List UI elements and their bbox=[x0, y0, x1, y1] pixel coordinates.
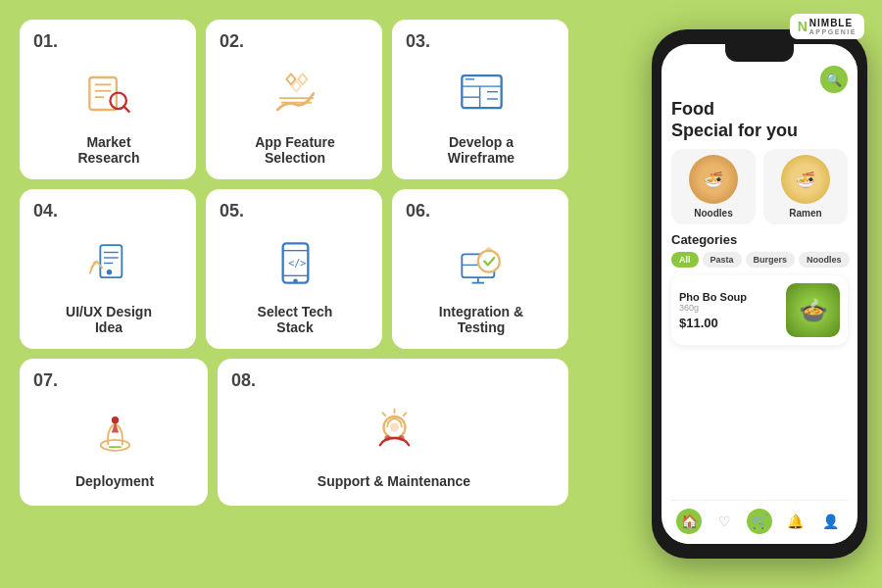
nav-heart[interactable]: ♡ bbox=[711, 509, 737, 534]
svg-point-40 bbox=[384, 435, 390, 441]
logo-icon: N bbox=[798, 19, 808, 34]
categories-title: Categories bbox=[671, 232, 848, 247]
categories-row: All Pasta Burgers Noodles bbox=[671, 252, 848, 268]
card-icon-wireframe bbox=[452, 64, 511, 122]
food-label-ramen: Ramen bbox=[789, 208, 821, 219]
svg-point-41 bbox=[399, 435, 405, 441]
svg-marker-7 bbox=[298, 74, 307, 84]
product-info: Pho Bo Soup 360g $11.00 bbox=[679, 291, 778, 330]
svg-point-35 bbox=[100, 439, 128, 450]
main-container: N NIMBLE APPGENIE 01. bbox=[0, 0, 882, 588]
logo: N NIMBLE APPGENIE bbox=[790, 14, 864, 39]
card-number-06: 06. bbox=[406, 201, 430, 221]
card-icon-support bbox=[365, 403, 423, 462]
card-label-06: Integration &Testing bbox=[406, 304, 557, 335]
phone-nav: 🏠 ♡ 🛒 🔔 👤 bbox=[671, 500, 848, 544]
search-button[interactable]: 🔍 bbox=[820, 66, 848, 93]
card-number-07: 07. bbox=[33, 370, 58, 391]
nav-home[interactable]: 🏠 bbox=[676, 509, 702, 534]
logo-sub: APPGENIE bbox=[809, 28, 857, 35]
steps-grid: 01. MarketResearch 02. bbox=[20, 20, 568, 568]
phone-section: 🔍 Food Special for you 🍜 Noodles 🍜 Ramen bbox=[578, 20, 867, 568]
card-label-03: Develop aWireframe bbox=[406, 134, 557, 166]
cat-burgers[interactable]: Burgers bbox=[746, 252, 796, 268]
phone-notch bbox=[725, 44, 794, 62]
card-app-feature[interactable]: 02. App FeatureSelection bbox=[206, 20, 382, 179]
food-items-row: 🍜 Noodles 🍜 Ramen bbox=[671, 149, 848, 224]
food-item-ramen[interactable]: 🍜 Ramen bbox=[763, 149, 848, 224]
product-card-pho[interactable]: Pho Bo Soup 360g $11.00 🍲 bbox=[671, 275, 848, 345]
svg-point-22 bbox=[106, 269, 112, 274]
card-label-05: Select TechStack bbox=[220, 304, 370, 335]
card-label-07: Deployment bbox=[33, 473, 196, 489]
card-label-04: UI/UX DesignIdea bbox=[33, 304, 184, 335]
grid-row-3: 07. Deployment 08. bbox=[20, 359, 568, 506]
food-img-noodles: 🍜 bbox=[689, 155, 738, 204]
food-item-noodles[interactable]: 🍜 Noodles bbox=[671, 149, 756, 224]
card-icon-tech: </> bbox=[266, 233, 324, 292]
svg-line-23 bbox=[89, 261, 95, 273]
card-icon-deploy bbox=[85, 403, 144, 462]
svg-text:</>: </> bbox=[288, 258, 306, 269]
product-price: $11.00 bbox=[679, 316, 778, 330]
svg-point-39 bbox=[389, 422, 398, 431]
svg-line-43 bbox=[403, 413, 406, 416]
card-market-research[interactable]: 01. MarketResearch bbox=[20, 20, 196, 179]
product-weight: 360g bbox=[679, 303, 778, 313]
card-wireframe[interactable]: 03. Develop aWireframe bbox=[392, 20, 568, 179]
card-icon-market bbox=[79, 64, 138, 122]
card-number-08: 08. bbox=[231, 370, 256, 391]
svg-line-5 bbox=[123, 106, 129, 112]
cat-pasta[interactable]: Pasta bbox=[703, 252, 742, 268]
card-label-08: Support & Maintenance bbox=[231, 473, 557, 489]
logo-text: NIMBLE bbox=[809, 18, 857, 28]
nav-user[interactable]: 👤 bbox=[817, 509, 843, 534]
phone-content: 🔍 Food Special for you 🍜 Noodles 🍜 Ramen bbox=[662, 44, 858, 544]
card-icon-testing bbox=[452, 233, 511, 292]
card-number-02: 02. bbox=[220, 31, 244, 52]
svg-point-34 bbox=[486, 247, 492, 253]
search-row: 🔍 bbox=[671, 66, 848, 93]
nav-cart[interactable]: 🛒 bbox=[747, 509, 772, 534]
svg-point-33 bbox=[477, 250, 499, 271]
card-deployment[interactable]: 07. Deployment bbox=[20, 359, 208, 506]
grid-row-1: 01. MarketResearch 02. bbox=[20, 20, 568, 179]
card-uiux[interactable]: 04. UI/UX DesignIdea bbox=[20, 189, 196, 349]
card-number-01: 01. bbox=[33, 31, 58, 52]
phone-outer: 🔍 Food Special for you 🍜 Noodles 🍜 Ramen bbox=[652, 29, 867, 559]
product-img: 🍲 bbox=[786, 283, 840, 337]
card-icon-design bbox=[79, 233, 138, 292]
card-support[interactable]: 08. Support & Maintenance bbox=[218, 359, 568, 506]
phone-inner: 🔍 Food Special for you 🍜 Noodles 🍜 Ramen bbox=[662, 44, 858, 544]
svg-point-36 bbox=[111, 416, 118, 423]
card-number-04: 04. bbox=[33, 201, 58, 221]
product-name: Pho Bo Soup bbox=[679, 291, 778, 303]
svg-point-27 bbox=[293, 278, 298, 283]
svg-line-44 bbox=[382, 413, 385, 416]
food-label-noodles: Noodles bbox=[694, 208, 732, 219]
grid-row-2: 04. UI/UX DesignIdea 05. bbox=[20, 189, 568, 349]
card-icon-feature bbox=[266, 64, 324, 122]
nav-bell[interactable]: 🔔 bbox=[782, 509, 808, 534]
card-integration[interactable]: 06. Integration &Testing bbox=[392, 189, 568, 349]
cat-all[interactable]: All bbox=[671, 252, 699, 268]
phone-mockup: 🔍 Food Special for you 🍜 Noodles 🍜 Ramen bbox=[652, 29, 867, 559]
food-img-ramen: 🍜 bbox=[781, 155, 830, 204]
card-tech-stack[interactable]: 05. </> Select TechStack bbox=[206, 189, 382, 349]
card-number-05: 05. bbox=[220, 201, 244, 221]
cat-noodles[interactable]: Noodles bbox=[799, 252, 850, 268]
food-title: Food Special for you bbox=[671, 99, 848, 141]
card-label-02: App FeatureSelection bbox=[220, 134, 370, 166]
card-label-01: MarketResearch bbox=[33, 134, 184, 166]
card-number-03: 03. bbox=[406, 31, 430, 52]
